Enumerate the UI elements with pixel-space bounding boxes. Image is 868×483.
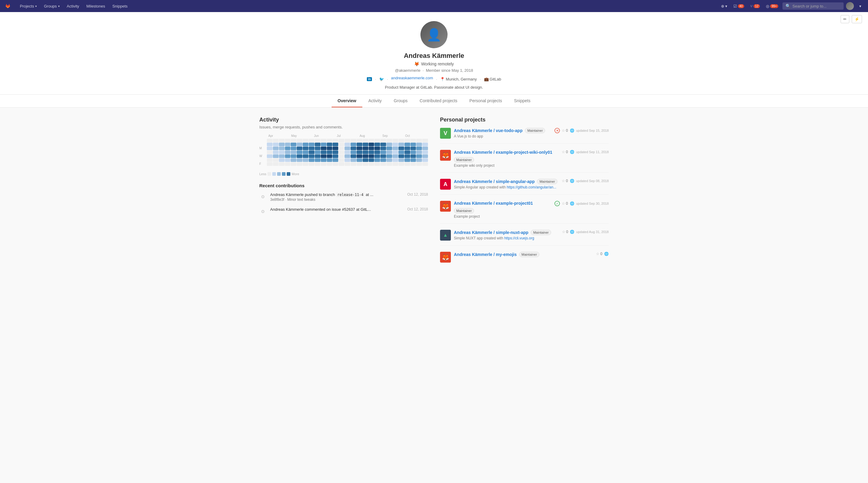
contrib-cell xyxy=(333,139,338,142)
contrib-cell xyxy=(315,154,320,158)
todos-button[interactable]: ☑ 40 xyxy=(732,3,746,10)
contrib-cell xyxy=(399,143,404,146)
project-meta-4: ☆ 0 🌐 updated Aug 31, 2018 xyxy=(562,230,609,234)
nav-activity[interactable]: Activity xyxy=(64,3,82,10)
status-error-icon-0: ✕ xyxy=(555,128,560,133)
contrib-cell xyxy=(399,139,404,142)
contrib-legend: Less More xyxy=(259,172,428,176)
user-menu-caret[interactable]: ▾ xyxy=(856,3,864,10)
contrib-cell xyxy=(285,158,291,162)
project-meta-2: ☆ 0 🌐 updated Sep 08, 2018 xyxy=(562,179,609,183)
contrib-week xyxy=(267,139,273,170)
contrib-cell xyxy=(315,143,320,146)
project-avatar-4: ▲ xyxy=(440,230,451,240)
user-avatar-nav[interactable] xyxy=(846,2,854,10)
contrib-week xyxy=(315,139,320,170)
day-labels: M W F xyxy=(259,139,265,170)
profile-avatar: 👤 xyxy=(421,21,447,48)
contrib-cell xyxy=(309,146,314,150)
project-updated-4: updated Aug 31, 2018 xyxy=(576,230,609,234)
search-input[interactable] xyxy=(793,4,841,8)
new-item-button[interactable]: ⊕ ▾ xyxy=(719,3,729,10)
nav-projects[interactable]: Projects ▾ xyxy=(17,3,40,10)
tab-activity[interactable]: Activity xyxy=(362,95,388,107)
project-name-2[interactable]: Andreas Kämmerle / simple-angular-app xyxy=(454,179,535,184)
project-desc-0: A Vue.js to do app xyxy=(454,134,552,138)
tab-overview[interactable]: Overview xyxy=(332,95,362,107)
contrib-cell xyxy=(416,158,422,162)
nuxt-link[interactable]: https://cli.vuejs.org xyxy=(504,236,534,240)
contrib-cell xyxy=(303,150,308,154)
contrib-cell xyxy=(273,154,279,158)
contrib-cell xyxy=(285,146,291,150)
contrib-cell xyxy=(399,154,404,158)
contrib-week xyxy=(363,139,368,170)
project-name-0[interactable]: Andreas Kämmerle / vue-todo-app xyxy=(454,128,523,133)
activity-section: Activity Issues, merge requests, pushes … xyxy=(259,117,428,274)
global-search[interactable]: 🔍 xyxy=(782,2,844,10)
profile-tabs: Overview Activity Groups Contributed pro… xyxy=(0,94,868,107)
rss-button[interactable]: ⚡ xyxy=(852,15,862,23)
issues-button[interactable]: ◎ 99+ xyxy=(764,3,780,10)
tab-snippets[interactable]: Snippets xyxy=(508,95,536,107)
contrib-cell xyxy=(386,162,392,166)
legend-cell-3 xyxy=(282,172,285,176)
contrib-week xyxy=(291,139,297,170)
contrib-cell xyxy=(267,150,273,154)
profile-website[interactable]: andreaskaemmerle.com xyxy=(391,76,433,80)
project-name-4[interactable]: Andreas Kämmerle / simple-nuxt-app xyxy=(454,230,528,235)
contrib-cell xyxy=(267,158,273,162)
contrib-cell xyxy=(393,146,398,150)
nav-groups[interactable]: Groups ▾ xyxy=(41,3,63,10)
profile-status: 🦊 Working remotely xyxy=(0,61,868,66)
contrib-cell xyxy=(393,162,398,166)
contrib-week xyxy=(399,139,404,170)
contrib-week xyxy=(285,139,291,170)
contrib-item-1: ⊙ Andreas Kämmerle commented on issue #5… xyxy=(259,207,428,215)
contrib-cell xyxy=(416,162,422,166)
tab-personal-projects[interactable]: Personal projects xyxy=(464,95,508,107)
project-name-3[interactable]: Andreas Kämmerle / example-project01 xyxy=(454,201,533,206)
project-updated-1: updated Sep 11, 2018 xyxy=(576,150,609,154)
contrib-cell xyxy=(291,143,297,146)
contrib-cell xyxy=(363,146,368,150)
edit-profile-button[interactable]: ✏ xyxy=(841,15,849,23)
contrib-cell xyxy=(339,143,344,146)
project-badge-2: Maintainer xyxy=(537,179,557,184)
tab-groups[interactable]: Groups xyxy=(388,95,413,107)
svg-text:✕: ✕ xyxy=(556,129,559,132)
tab-contributed-projects[interactable]: Contributed projects xyxy=(413,95,463,107)
contrib-cell xyxy=(410,150,416,154)
nav-snippets[interactable]: Snippets xyxy=(109,3,131,10)
contrib-cell xyxy=(297,143,302,146)
contrib-cell xyxy=(345,150,350,154)
contrib-week xyxy=(333,139,338,170)
merge-requests-button[interactable]: ⑂ 12 xyxy=(748,3,762,10)
nav-milestones[interactable]: Milestones xyxy=(84,3,108,10)
project-item-1: 🦊 Andreas Kämmerle / example-project-wik… xyxy=(440,150,609,173)
contrib-cell xyxy=(380,158,386,162)
contrib-cell xyxy=(297,146,302,150)
recent-contributions: Recent contributions ⊙ Andreas Kämmerle … xyxy=(259,183,428,215)
contrib-week xyxy=(327,139,333,170)
contrib-cell xyxy=(422,158,428,162)
star-icon-2: ☆ xyxy=(562,179,565,183)
nav-logo[interactable] xyxy=(4,2,12,10)
contrib-week xyxy=(386,139,392,170)
project-name-1[interactable]: Andreas Kämmerle / example-project-wiki-… xyxy=(454,150,552,155)
contrib-cell xyxy=(399,146,404,150)
contrib-cell xyxy=(285,162,291,166)
contrib-cell xyxy=(321,143,327,146)
contrib-cell xyxy=(279,158,285,162)
contrib-cell xyxy=(291,150,297,154)
contrib-cell xyxy=(345,139,350,142)
contrib-cell xyxy=(339,139,344,142)
contrib-cell xyxy=(422,139,428,142)
contrib-cell xyxy=(393,139,398,142)
contrib-cell xyxy=(380,139,386,142)
contrib-cell xyxy=(273,146,279,150)
angular-link[interactable]: https://github.com/angular/an... xyxy=(506,185,556,189)
legend-cell-2 xyxy=(277,172,281,176)
project-name-5[interactable]: Andreas Kämmerle / my-emojis xyxy=(454,252,517,257)
activity-subtitle: Issues, merge requests, pushes and comme… xyxy=(259,125,428,129)
